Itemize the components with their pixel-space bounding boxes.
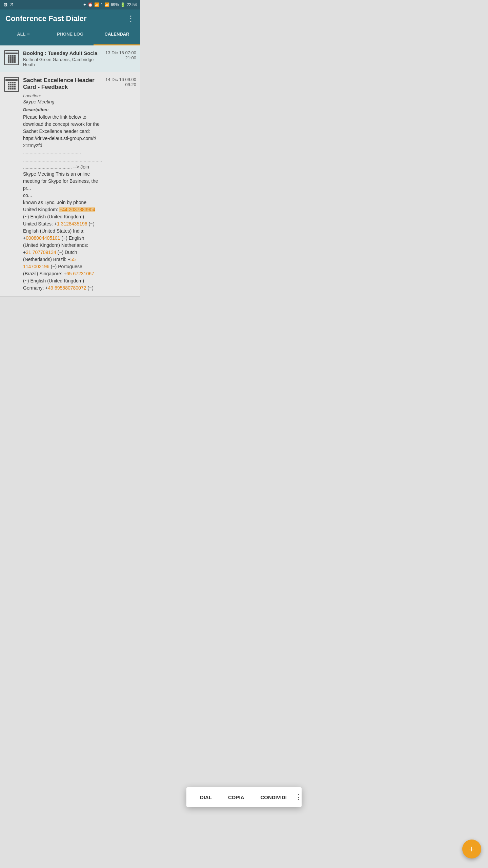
item-2-location-value: Skype Meeting [23,99,101,104]
time-display: 22:54 [127,2,137,7]
nl-phone-number[interactable]: 31 707709134 [26,250,56,255]
item-2-description: Please follow the link below to download… [23,114,101,292]
item-1-title: Booking : Tuesday Adult Socia [23,50,101,56]
wifi-icon: 📶 [94,2,99,7]
tab-calendar-label: CALENDAR [105,32,129,37]
calendar-icon-2 [4,77,19,92]
tab-phone-log-label: PHONE LOG [57,32,83,37]
bluetooth-icon: ✦ [83,2,86,7]
de-phone-number[interactable]: 49 695880780072 [48,285,86,291]
item-2-title: Sachet Excellence Header Card - Feedback [23,77,101,91]
item-1-info: Booking : Tuesday Adult Socia Bethnal Gr… [23,50,101,67]
status-right-icons: ✦ ⏰ 📶 1 📶 69% 🔋 22:54 [83,2,137,7]
battery-icon: 🔋 [120,2,125,7]
calendar-item-2[interactable]: Sachet Excellence Header Card - Feedback… [0,72,140,297]
photo-icon: 🖼 [3,2,7,7]
filter-icon: ≡ [27,31,30,37]
more-menu-button[interactable]: ⋮ [127,14,135,23]
status-bar: 🖼 ⏱ ✦ ⏰ 📶 1 📶 69% 🔋 22:54 [0,0,140,9]
app-header: Conference Fast Dialer ⋮ [0,9,140,28]
tab-calendar[interactable]: CALENDAR [94,28,140,45]
item-2-content: Sachet Excellence Header Card - Feedback… [23,77,101,292]
item-2-location-label: Location: [23,93,101,98]
item-2-date: 14 Dic 16 09:00 09:20 [105,77,136,292]
item-1-subtitle: Bethnal Green Gardens, Cambridge Heath [23,57,101,67]
tab-phone-log[interactable]: PHONE LOG [47,28,94,45]
tab-bar: ALL ≡ PHONE LOG CALENDAR [0,28,140,45]
item-2-description-label: Description: [23,107,101,112]
sg-phone-number[interactable]: 65 67231067 [66,271,94,276]
sim-icon: 1 [101,2,103,7]
clock-icon: ⏱ [9,2,14,7]
calendar-item-1[interactable]: Booking : Tuesday Adult Socia Bethnal Gr… [0,45,140,72]
content-area: Booking : Tuesday Adult Socia Bethnal Gr… [0,45,140,297]
status-left-icons: 🖼 ⏱ [3,2,14,7]
signal-icon: 📶 [104,2,109,7]
app-title: Conference Fast Dialer [5,14,87,23]
tab-all[interactable]: ALL ≡ [0,28,47,45]
br-phone-number[interactable]: 55 1147002196 [23,257,76,269]
item-1-date: 13 Dic 16 07:00 21:00 [105,50,136,60]
battery-text: 69% [111,2,119,7]
tab-all-label: ALL [17,32,25,37]
alarm-icon: ⏰ [88,2,93,7]
us-phone-number[interactable]: 1 3128435196 [57,221,87,226]
uk-phone-number[interactable]: +44 2037883904 [59,207,95,212]
calendar-icon-1 [4,50,19,65]
india-phone-number[interactable]: 0008004405101 [26,235,60,241]
